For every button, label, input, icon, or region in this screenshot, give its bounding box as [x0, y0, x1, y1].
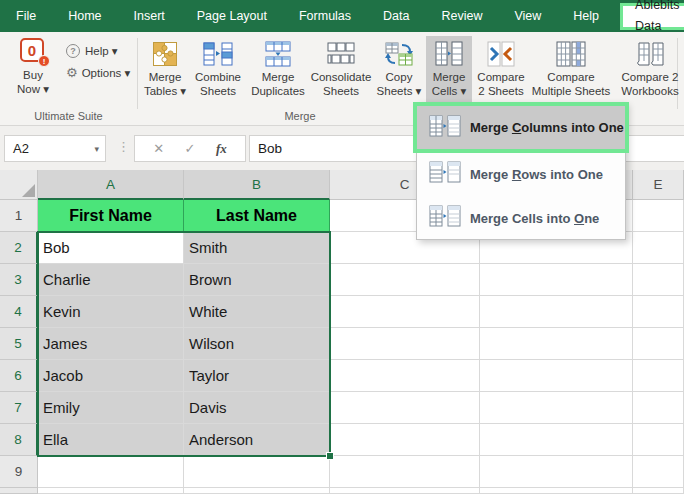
chevron-down-icon[interactable]: ▾ — [94, 144, 99, 154]
combine-sheets-button[interactable]: Combine Sheets — [190, 36, 246, 104]
row-header-4[interactable]: 4 — [0, 296, 38, 328]
cell[interactable] — [38, 488, 184, 494]
cell[interactable] — [184, 456, 330, 488]
cell[interactable] — [633, 424, 684, 456]
cell[interactable] — [330, 328, 480, 360]
menu-item-merge-rows-into-one[interactable]: Merge Rows into One — [417, 152, 625, 196]
tab-home[interactable]: Home — [52, 0, 117, 32]
cell[interactable] — [330, 360, 480, 392]
tab-data[interactable]: Data — [367, 0, 425, 32]
cell-a8[interactable]: Ella — [38, 424, 184, 456]
cell[interactable] — [480, 392, 633, 424]
merge-tables-button[interactable]: Merge Tables ▾ — [140, 36, 190, 104]
cell[interactable] — [38, 456, 184, 488]
formula-value: Bob — [258, 141, 282, 156]
row-header-1[interactable]: 1 — [0, 200, 38, 232]
tab-file[interactable]: File — [0, 0, 52, 32]
row-header-10-partial[interactable] — [0, 488, 38, 494]
cell-b5[interactable]: Wilson — [184, 328, 330, 360]
cell[interactable] — [633, 392, 684, 424]
group-label-ultimate-suite: Ultimate Suite — [0, 110, 137, 122]
cell-b7[interactable]: Davis — [184, 392, 330, 424]
cell[interactable] — [633, 200, 684, 232]
cell-a1[interactable]: First Name — [38, 200, 184, 232]
cancel-icon[interactable]: ✕ — [153, 141, 164, 156]
tab-formulas[interactable]: Formulas — [283, 0, 367, 32]
cell-a3[interactable]: Charlie — [38, 264, 184, 296]
cell[interactable] — [330, 296, 480, 328]
tab-view[interactable]: View — [498, 0, 557, 32]
row-header-6[interactable]: 6 — [0, 360, 38, 392]
compare-2-workbooks-button[interactable]: Compare 2 Workbooks — [612, 36, 684, 104]
cell[interactable] — [330, 456, 480, 488]
cell[interactable] — [633, 488, 684, 494]
cell-b2[interactable]: Smith — [184, 232, 330, 264]
cell-a6[interactable]: Jacob — [38, 360, 184, 392]
row-header-5[interactable]: 5 — [0, 328, 38, 360]
merge-duplicates-button[interactable]: Merge Duplicates — [246, 36, 310, 104]
column-header-e[interactable]: E — [633, 170, 684, 200]
copy-sheets-button[interactable]: Copy Sheets ▾ — [372, 36, 426, 104]
column-header-b[interactable]: B — [184, 170, 330, 200]
cell[interactable] — [633, 264, 684, 296]
merge-columns-icon — [429, 115, 461, 141]
fill-handle[interactable] — [326, 452, 334, 460]
cell[interactable] — [480, 264, 633, 296]
cell-a7[interactable]: Emily — [38, 392, 184, 424]
compare-multiple-sheets-button[interactable]: Compare Multiple Sheets — [530, 36, 612, 104]
select-all-button[interactable] — [0, 170, 38, 200]
cell[interactable] — [633, 296, 684, 328]
menu-item-merge-columns-into-one[interactable]: Merge Columns into One — [413, 102, 629, 153]
cell-b1[interactable]: Last Name — [184, 200, 330, 232]
merge-cells-button[interactable]: Merge Cells ▾ — [426, 36, 472, 104]
tab-help[interactable]: Help — [557, 0, 615, 32]
cell[interactable] — [330, 392, 480, 424]
column-header-a[interactable]: A — [38, 170, 184, 200]
name-box-value: A2 — [13, 141, 29, 156]
cell-a5[interactable]: James — [38, 328, 184, 360]
cell[interactable] — [480, 424, 633, 456]
cell[interactable] — [480, 296, 633, 328]
cell-b8[interactable]: Anderson — [184, 424, 330, 456]
enter-icon[interactable]: ✓ — [185, 141, 196, 156]
cell-b3[interactable]: Brown — [184, 264, 330, 296]
cell[interactable] — [633, 360, 684, 392]
help-button[interactable]: ? Help ▾ — [66, 40, 130, 62]
cell[interactable] — [330, 264, 480, 296]
name-box[interactable]: A2 ▾ — [4, 135, 106, 162]
options-button[interactable]: ⚙ Options ▾ — [66, 62, 130, 84]
ribbon-tab-bar: File Home Insert Page Layout Formulas Da… — [0, 0, 684, 32]
tab-page-layout[interactable]: Page Layout — [181, 0, 283, 32]
cell[interactable] — [633, 328, 684, 360]
row-header-8[interactable]: 8 — [0, 424, 38, 456]
cell[interactable] — [330, 488, 480, 494]
buy-now-label-line2: Now ▾ — [17, 83, 49, 95]
cell[interactable] — [480, 488, 633, 494]
cell-a4[interactable]: Kevin — [38, 296, 184, 328]
tab-ablebits-data[interactable]: Ablebits Data — [620, 3, 684, 30]
cell-b6[interactable]: Taylor — [184, 360, 330, 392]
cell[interactable] — [480, 456, 633, 488]
cell[interactable] — [184, 488, 330, 494]
cell[interactable] — [633, 232, 684, 264]
cell[interactable] — [480, 328, 633, 360]
tab-review[interactable]: Review — [425, 0, 498, 32]
drag-dots-icon[interactable]: ⋮ — [117, 139, 129, 154]
compare-2-sheets-button[interactable]: Compare 2 Sheets — [472, 36, 530, 104]
compare-2-workbooks-icon — [635, 38, 665, 70]
copy-sheets-icon — [384, 38, 414, 70]
tab-insert[interactable]: Insert — [118, 0, 181, 32]
cell[interactable] — [480, 360, 633, 392]
insert-function-icon[interactable]: fx — [216, 141, 227, 157]
row-header-9[interactable]: 9 — [0, 456, 38, 488]
cell[interactable] — [633, 456, 684, 488]
menu-item-merge-cells-into-one[interactable]: Merge Cells into One — [417, 196, 625, 240]
row-header-2[interactable]: 2 — [0, 232, 38, 264]
cell[interactable] — [330, 424, 480, 456]
help-label: Help ▾ — [85, 44, 118, 58]
consolidate-sheets-button[interactable]: Consolidate Sheets — [310, 36, 372, 104]
cell-b4[interactable]: White — [184, 296, 330, 328]
row-header-3[interactable]: 3 — [0, 264, 38, 296]
cell-a2-active[interactable]: Bob — [38, 232, 184, 264]
row-header-7[interactable]: 7 — [0, 392, 38, 424]
